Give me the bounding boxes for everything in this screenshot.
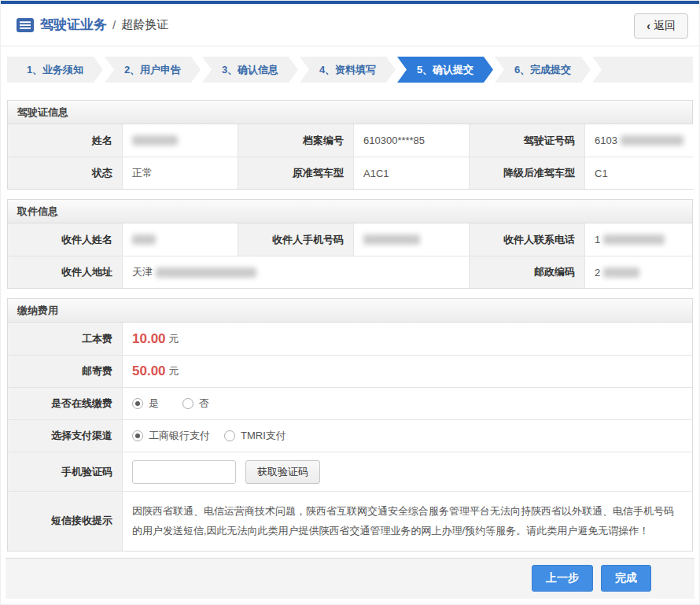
recipient-phone-value: 1	[584, 223, 692, 256]
breadcrumb-separator: /	[112, 18, 116, 31]
sms-notice-text: 因陕西省联通、电信运营商技术问题，陕西省互联网交通安全综合服务管理平台无法向持陕…	[122, 491, 692, 551]
redacted-value	[603, 267, 639, 278]
page-title: 超龄换证	[121, 17, 168, 32]
radio-unchecked-icon[interactable]	[224, 430, 235, 441]
sms-notice-label: 短信接收提示	[8, 491, 122, 551]
postcode-label: 邮政编码	[469, 256, 584, 288]
step-4-fill-data[interactable]: 4、资料填写	[300, 57, 396, 83]
postage-fee-label: 邮寄费	[8, 355, 122, 387]
sms-code-row: 获取验证码	[122, 452, 692, 491]
get-code-button[interactable]: 获取验证码	[245, 460, 320, 484]
license-info-panel: 驾驶证信息 姓名 档案编号 610300****85 驾驶证号码 6103 状态…	[7, 100, 693, 190]
online-no-option[interactable]: 否	[182, 397, 209, 411]
postcode-value: 2	[584, 256, 692, 288]
channel-icbc-label: 工商银行支付	[149, 429, 210, 443]
license-info-table: 姓名 档案编号 610300****85 驾驶证号码 6103 状态 正常 原准…	[8, 124, 692, 189]
work-fee-label: 工本费	[8, 323, 122, 355]
archive-no-label: 档案编号	[238, 124, 353, 157]
fees-table: 工本费 10.00元 邮寄费 50.00元 是否在线缴费 是 否 选择支付渠道 …	[8, 323, 692, 551]
postcode-prefix: 2	[595, 267, 600, 279]
orig-class-value: A1C1	[353, 157, 469, 189]
online-no-label: 否	[199, 397, 209, 411]
recipient-name-value	[122, 223, 238, 256]
downgrade-class-label: 降级后准驾车型	[469, 157, 584, 189]
downgrade-class-value: C1	[584, 157, 693, 189]
footer-bar: 上一步 完成	[6, 558, 694, 599]
radio-checked-icon[interactable]	[132, 430, 143, 441]
sms-code-input[interactable]	[132, 460, 236, 484]
recipient-mobile-value	[353, 223, 469, 256]
status-value: 正常	[122, 157, 238, 189]
fees-title: 缴纳费用	[8, 299, 692, 323]
fee-unit: 元	[169, 364, 179, 378]
radio-checked-icon[interactable]	[132, 398, 143, 409]
finish-button[interactable]: 完成	[601, 565, 651, 592]
pickup-info-table: 收件人姓名 收件人手机号码 收件人联系电话 1 收件人地址 天津 邮政编码 2	[8, 223, 692, 288]
address-label: 收件人地址	[8, 256, 122, 288]
orig-class-label: 原准驾车型	[238, 157, 353, 189]
recipient-name-label: 收件人姓名	[8, 223, 122, 256]
online-yes-option[interactable]: 是	[132, 397, 159, 411]
online-yes-label: 是	[149, 397, 159, 411]
online-payment-label: 是否在线缴费	[8, 387, 122, 419]
license-no-label: 驾驶证号码	[469, 124, 584, 157]
archive-no-value: 610300****85	[353, 124, 469, 157]
postage-fee-amount: 50.00	[132, 363, 166, 379]
online-payment-options: 是 否	[122, 387, 692, 419]
sms-code-label: 手机验证码	[8, 452, 122, 491]
address-prefix: 天津	[132, 265, 153, 279]
back-label: 返回	[654, 19, 676, 33]
name-value	[122, 124, 238, 157]
redacted-value	[603, 234, 665, 245]
step-label: 4、资料填写	[319, 63, 376, 77]
name-label: 姓名	[8, 124, 122, 157]
redacted-value	[132, 135, 178, 146]
work-fee-amount: 10.00	[132, 331, 166, 347]
work-fee-value: 10.00元	[122, 323, 692, 355]
step-5-confirm-submit[interactable]: 5、确认提交	[397, 57, 493, 83]
redacted-value	[132, 234, 156, 245]
license-no-value: 6103	[584, 124, 693, 157]
fees-panel: 缴纳费用 工本费 10.00元 邮寄费 50.00元 是否在线缴费 是 否 选择…	[7, 298, 693, 552]
step-label: 6、完成提交	[514, 63, 571, 77]
redacted-value	[156, 267, 256, 278]
steps-filler	[592, 57, 693, 83]
back-button[interactable]: ‹ 返回	[634, 13, 688, 39]
previous-step-button[interactable]: 上一步	[532, 565, 593, 592]
payment-channel-options: 工商银行支付 TMRI支付	[122, 419, 692, 452]
step-label: 3、确认信息	[222, 63, 278, 77]
header: 驾驶证业务 / 超龄换证 ‹ 返回	[1, 4, 699, 46]
step-label: 1、业务须知	[27, 63, 83, 77]
pickup-info-title: 取件信息	[8, 200, 692, 223]
step-1-business-notice[interactable]: 1、业务须知	[7, 57, 103, 83]
radio-unchecked-icon[interactable]	[182, 398, 193, 409]
redacted-value	[363, 234, 420, 245]
step-2-user-declaration[interactable]: 2、用户申告	[105, 57, 201, 83]
step-6-complete-submit[interactable]: 6、完成提交	[495, 57, 591, 83]
channel-icbc-option[interactable]: 工商银行支付	[132, 429, 210, 443]
steps-bar: 1、业务须知 2、用户申告 3、确认信息 4、资料填写 5、确认提交 6、完成提…	[7, 57, 693, 83]
address-value: 天津	[122, 256, 469, 288]
back-chevron-icon: ‹	[647, 20, 650, 32]
recipient-mobile-label: 收件人手机号码	[238, 223, 353, 256]
payment-channel-label: 选择支付渠道	[8, 419, 122, 452]
list-icon	[17, 18, 34, 32]
pickup-info-panel: 取件信息 收件人姓名 收件人手机号码 收件人联系电话 1 收件人地址 天津 邮政…	[7, 199, 693, 289]
fee-unit: 元	[169, 332, 179, 346]
channel-tmri-label: TMRI支付	[241, 429, 286, 443]
license-no-prefix: 6103	[595, 135, 617, 146]
status-label: 状态	[8, 157, 122, 189]
recipient-phone-label: 收件人联系电话	[469, 223, 584, 256]
page: 驾驶证业务 / 超龄换证 ‹ 返回 1、业务须知 2、用户申告 3、确认信息 4…	[0, 0, 700, 605]
step-label: 5、确认提交	[417, 63, 473, 77]
license-info-title: 驾驶证信息	[8, 101, 692, 124]
postage-fee-value: 50.00元	[122, 355, 692, 387]
channel-tmri-option[interactable]: TMRI支付	[224, 429, 286, 443]
step-3-confirm-info[interactable]: 3、确认信息	[202, 57, 298, 83]
redacted-value	[621, 135, 683, 146]
step-label: 2、用户申告	[124, 63, 181, 77]
app-title: 驾驶证业务	[40, 16, 107, 34]
recipient-phone-prefix: 1	[595, 234, 600, 245]
